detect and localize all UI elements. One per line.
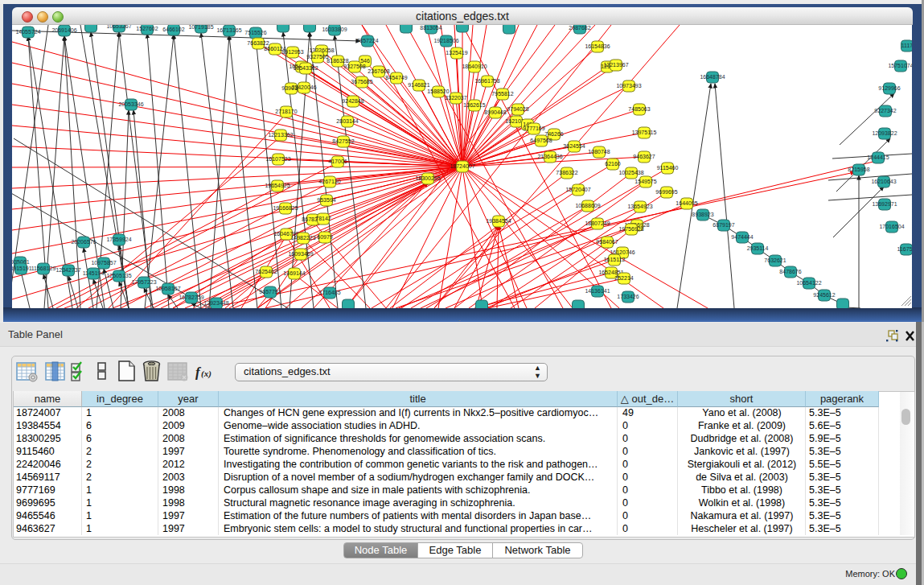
svg-text:11568129: 11568129 (31, 266, 56, 271)
svg-text:20691406: 20691406 (51, 27, 76, 33)
svg-text:62160: 62160 (605, 161, 621, 167)
svg-text:10958157: 10958157 (155, 286, 180, 291)
svg-text:1527602: 1527602 (136, 26, 158, 31)
svg-text:1549575: 1549575 (634, 179, 656, 184)
svg-text:9777169: 9777169 (523, 126, 544, 131)
svg-text:(x): (x) (201, 369, 211, 379)
svg-text:2803144: 2803144 (336, 118, 358, 124)
svg-text:252214: 252214 (614, 275, 633, 281)
svg-text:15720407: 15720407 (565, 187, 590, 192)
svg-text:19218506: 19218506 (433, 38, 458, 43)
svg-text:953594: 953594 (317, 197, 335, 203)
svg-text:3624554: 3624554 (563, 143, 585, 149)
svg-text:16713165: 16713165 (216, 27, 241, 33)
svg-text:16782759: 16782759 (179, 295, 203, 300)
svg-text:9245612: 9245612 (813, 292, 835, 298)
svg-text:417006: 417006 (328, 159, 347, 164)
svg-text:8990448: 8990448 (484, 109, 506, 115)
svg-text:9474444: 9474444 (731, 234, 753, 240)
svg-text:16093469: 16093469 (288, 251, 313, 257)
svg-text:17359924: 17359924 (106, 237, 131, 242)
svg-text:7625402: 7625402 (255, 269, 277, 274)
svg-text:1244415: 1244415 (867, 154, 889, 160)
svg-text:16107523: 16107523 (265, 156, 290, 162)
svg-text:9657791: 9657791 (259, 289, 281, 295)
svg-text:10654122: 10654122 (796, 280, 821, 286)
svg-text:10719185: 10719185 (188, 25, 213, 30)
svg-text:1588520: 1588520 (427, 89, 449, 94)
svg-text:1615112: 1615112 (604, 257, 626, 262)
svg-text:13692971: 13692971 (872, 201, 897, 207)
svg-text:6879197: 6879197 (713, 222, 734, 228)
svg-text:18724007: 18724007 (450, 163, 474, 169)
svg-text:1145194: 1145194 (83, 270, 105, 276)
svg-text:60979: 60979 (317, 234, 333, 240)
svg-text:12342737: 12342737 (55, 267, 80, 273)
svg-text:546: 546 (360, 58, 370, 64)
svg-text:8813054: 8813054 (420, 25, 441, 31)
svg-text:8478676: 8478676 (779, 269, 801, 274)
svg-text:18640910: 18640910 (462, 64, 487, 69)
svg-text:20206576: 20206576 (71, 239, 96, 245)
svg-text:19384554: 19384554 (486, 218, 511, 224)
svg-text:116753: 116753 (897, 246, 912, 252)
svg-text:12923448: 12923448 (203, 300, 228, 306)
svg-text:2367608: 2367608 (368, 68, 389, 74)
svg-text:12505135: 12505135 (106, 273, 131, 278)
svg-text:9327508: 9327508 (343, 64, 365, 69)
svg-text:16961758: 16961758 (474, 78, 499, 84)
svg-text:10688609: 10688609 (575, 203, 600, 208)
svg-text:14982223: 14982223 (290, 235, 315, 241)
svg-text:7663822: 7663822 (247, 40, 269, 46)
svg-text:13975115: 13975115 (632, 130, 657, 135)
svg-text:16033809: 16033809 (322, 27, 347, 32)
svg-text:12093822: 12093822 (872, 130, 897, 136)
svg-text:18300295: 18300295 (415, 175, 440, 181)
svg-text:8938923: 8938923 (692, 212, 713, 217)
svg-text:16648784: 16648784 (700, 74, 725, 80)
svg-text:21364436: 21364436 (537, 154, 562, 159)
svg-text:23420046: 23420046 (291, 84, 316, 90)
svg-text:9794028: 9794028 (507, 106, 528, 112)
svg-text:2087682: 2087682 (569, 25, 590, 31)
svg-text:2935114: 2935114 (747, 245, 769, 251)
svg-text:7857224: 7857224 (356, 38, 378, 43)
svg-text:1080748: 1080748 (588, 149, 610, 154)
svg-text:1733426: 1733426 (617, 294, 639, 299)
svg-text:9146821: 9146821 (408, 82, 429, 88)
svg-text:7632621: 7632621 (764, 257, 786, 263)
svg-text:3675685: 3675685 (351, 79, 372, 84)
svg-text:7955812: 7955812 (491, 91, 513, 97)
svg-text:9384067: 9384067 (596, 239, 618, 245)
svg-text:9327505: 9327505 (306, 54, 328, 60)
svg-text:3915191: 3915191 (12, 266, 32, 271)
svg-text:1325419: 1325419 (446, 50, 467, 56)
svg-text:8912953: 8912953 (281, 49, 303, 55)
svg-text:10975857: 10975857 (91, 260, 116, 266)
svg-text:6497568: 6497568 (530, 138, 552, 143)
svg-text:12213967: 12213967 (603, 62, 628, 68)
svg-text:17016504: 17016504 (879, 224, 904, 229)
svg-text:2718170: 2718170 (275, 109, 297, 114)
svg-text:9129966: 9129966 (878, 85, 900, 91)
svg-text:10025438: 10025438 (618, 170, 643, 175)
svg-text:9227342: 9227342 (874, 108, 896, 113)
svg-text:9699695: 9699695 (655, 189, 677, 195)
svg-text:19654925: 19654925 (265, 183, 290, 188)
svg-text:1644095: 1644095 (676, 200, 697, 206)
svg-text:20053346: 20053346 (118, 101, 143, 107)
svg-text:16210643: 16210643 (871, 179, 896, 184)
svg-text:17957223: 17957223 (131, 279, 156, 285)
svg-text:3322037: 3322037 (445, 95, 466, 101)
svg-text:7386322: 7386322 (556, 170, 577, 175)
svg-text:9115460: 9115460 (657, 165, 679, 171)
svg-text:9242848: 9242848 (342, 98, 363, 104)
svg-text:7515526: 7515526 (244, 30, 266, 35)
svg-text:1362615: 1362615 (463, 102, 485, 108)
svg-text:6466102: 6466102 (162, 27, 184, 32)
svg-text:19756928: 19756928 (618, 226, 643, 232)
svg-text:1117: 1117 (901, 43, 912, 48)
svg-text:10543362: 10543362 (293, 65, 318, 71)
svg-text:12213362: 12213362 (268, 132, 293, 138)
svg-text:14055724: 14055724 (15, 29, 40, 35)
